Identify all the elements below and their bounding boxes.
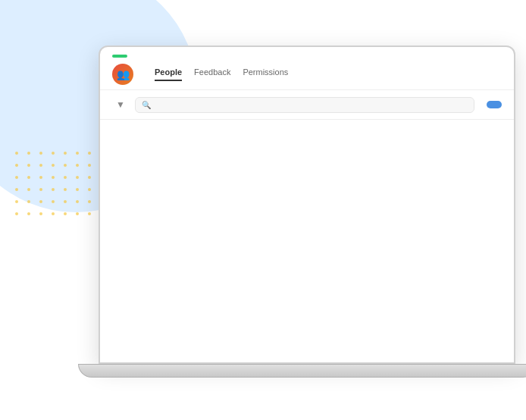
laptop-screen: 👥 People Feedback Permissions ▼ 🔍: [99, 45, 515, 364]
add-person-button[interactable]: [487, 101, 502, 108]
goco-logo: [112, 55, 502, 58]
toolbar: ▼ 🔍: [100, 90, 514, 120]
nav-tabs: People Feedback Permissions: [155, 67, 288, 81]
filter-icon[interactable]: ▼: [112, 96, 129, 113]
tab-feedback[interactable]: Feedback: [194, 67, 230, 81]
search-bar[interactable]: 🔍: [135, 97, 474, 113]
app-header: 👥 People Feedback Permissions: [100, 47, 514, 90]
laptop-base: [78, 364, 527, 378]
search-icon: 🔍: [142, 101, 151, 109]
tab-people[interactable]: People: [155, 67, 182, 81]
dot-grid-decoration: // Render dots const grid = document.que…: [15, 152, 108, 220]
laptop-frame: 👥 People Feedback Permissions ▼ 🔍: [99, 45, 515, 378]
team-avatar: 👥: [112, 64, 133, 85]
tab-permissions[interactable]: Permissions: [243, 67, 288, 81]
team-nav-row: 👥 People Feedback Permissions: [112, 64, 502, 85]
go-badge: [112, 55, 127, 58]
